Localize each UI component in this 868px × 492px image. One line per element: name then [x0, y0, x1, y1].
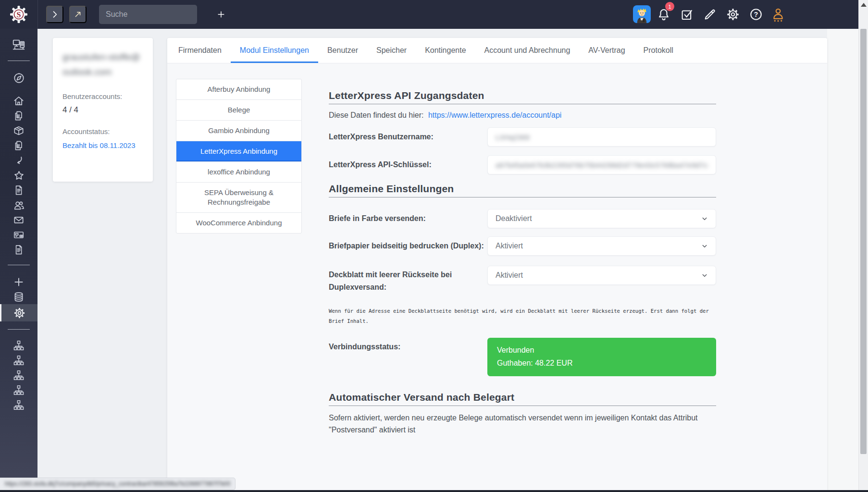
gear-s-logo-icon: S [9, 4, 29, 25]
api-section-title: LetterXpress API Zugangsdaten [329, 90, 716, 101]
api-hint-text: Diese Daten findest du hier: [329, 111, 423, 119]
org-chart-icon [12, 339, 25, 352]
invoices-icon [12, 139, 25, 152]
org-chart-icon [12, 369, 25, 381]
username-value: LXHq2369 [496, 133, 530, 141]
sidebar-item-reports[interactable] [0, 183, 37, 197]
duplex-note: Wenn für die Adresse eine Deckblattseite… [329, 306, 716, 326]
sidebar-item-org-2[interactable] [0, 353, 37, 368]
tab-protokoll[interactable]: Protokoll [634, 38, 682, 63]
sidebar-item-add[interactable] [0, 275, 37, 289]
apikey-value: a97b45a0e67b3b2265d76b75b44298d2d779e43c… [496, 161, 708, 169]
module-gambio[interactable]: Gambio Anbindung [176, 121, 301, 141]
settings-gear-icon [13, 307, 26, 320]
help-icon [749, 7, 763, 22]
autosend-description: Sofern aktiviert, werden neu erzeugte Be… [329, 412, 716, 436]
tab-speicher[interactable]: Speicher [367, 38, 416, 63]
tab-firmendaten[interactable]: Firmendaten [169, 38, 231, 63]
top-bar: S 1 [0, 0, 858, 29]
tasks-button[interactable] [679, 6, 695, 23]
avatar-cartoon-icon [633, 5, 651, 23]
tab-modul-einstellungen[interactable]: Modul Einstellungen [231, 38, 318, 63]
sidebar-item-org-5[interactable] [0, 398, 37, 412]
sidebar-divider [8, 265, 30, 265]
open-external-icon [73, 10, 83, 19]
edit-button[interactable] [702, 6, 718, 23]
section-divider [329, 104, 716, 104]
username-label: LetterXpress Benutzername: [329, 131, 487, 143]
module-letterxpress[interactable]: LetterXpress Anbindung [176, 141, 301, 162]
sidebar-item-settings-active[interactable] [0, 304, 37, 321]
sidebar-item-database[interactable] [0, 290, 37, 304]
sidebar-item-invoices[interactable] [0, 138, 37, 153]
tab-kontingente[interactable]: Kontingente [416, 38, 475, 63]
account-status-link[interactable]: Bezahlt bis 08.11.2023 [62, 141, 136, 149]
sidebar-item-payments[interactable] [0, 228, 37, 242]
help-button[interactable] [748, 6, 764, 23]
logo-letter: S [17, 11, 21, 19]
color-send-select[interactable]: Deaktiviert [487, 209, 716, 228]
sidebar-item-returns[interactable] [0, 153, 37, 168]
account-person-icon [770, 7, 786, 22]
tab-av-vertrag[interactable]: AV-Vertrag [579, 38, 634, 63]
cover-sheet-value: Aktiviert [496, 271, 523, 280]
apikey-input[interactable]: a97b45a0e67b3b2265d76b75b44298d2d779e43c… [487, 155, 716, 174]
sidebar-item-contacts[interactable] [0, 198, 37, 212]
module-lexoffice[interactable]: lexoffice Anbindung [176, 162, 301, 183]
browser-scrollbar[interactable] [858, 0, 868, 492]
sidebar-item-favorites[interactable] [0, 168, 37, 183]
tab-account-abrechnung[interactable]: Account und Abrechnung [475, 38, 580, 63]
cover-sheet-label: Deckblatt mit leerer Rückseite bei Duple… [329, 266, 487, 294]
app-logo[interactable]: S [0, 0, 38, 29]
tasks-check-icon [680, 7, 694, 22]
avatar[interactable] [633, 5, 651, 23]
settings-button[interactable] [725, 6, 741, 23]
sidebar-item-compass[interactable] [0, 71, 37, 85]
home-icon [12, 95, 25, 107]
documents-icon [12, 110, 25, 122]
sidebar-item-mail[interactable] [0, 213, 37, 227]
plus-icon [216, 8, 226, 21]
apikey-label: LetterXpress API-Schlüssel: [329, 159, 487, 171]
sidebar-expand-button[interactable] [46, 6, 63, 23]
section-divider [329, 406, 716, 406]
connection-status-label: Verbindungsstatus: [329, 338, 487, 353]
contacts-icon [12, 199, 25, 212]
package-icon [12, 124, 25, 137]
sidebar-item-org-3[interactable] [0, 368, 37, 382]
sidebar-item-home[interactable] [0, 94, 37, 108]
letterxpress-account-link[interactable]: https://www.letterxpress.de/account/api [428, 111, 561, 119]
connection-status-badge: Verbunden Guthaben: 48.22 EUR [487, 338, 716, 376]
account-email: graustufen-stoffe@outlook.com [62, 49, 143, 80]
sidebar-item-org-4[interactable] [0, 383, 37, 397]
module-sepa[interactable]: SEPA Überweisung & Rechnungsfreigabe [176, 183, 301, 213]
sidebar-item-org-1[interactable] [0, 338, 37, 353]
account-button[interactable] [770, 6, 786, 23]
duplex-print-label: Briefpapier beidseitig bedrucken (Duplex… [329, 240, 487, 252]
add-button[interactable] [213, 7, 229, 22]
scrollbar-thumb[interactable] [860, 29, 867, 454]
color-send-value: Deaktiviert [496, 214, 532, 223]
sidebar-item-products[interactable] [0, 123, 37, 138]
cover-sheet-select[interactable]: Aktiviert [487, 266, 716, 285]
window-edge [0, 490, 868, 492]
open-external-button[interactable] [69, 6, 87, 23]
link-preview-statusbar: https://283.stofa.dkj7c/companydb5/priva… [0, 478, 236, 490]
sidebar-item-notes[interactable] [0, 243, 37, 257]
duplex-print-select[interactable]: Aktiviert [487, 236, 716, 256]
tab-benutzer[interactable]: Benutzer [318, 38, 367, 63]
module-afterbuy[interactable]: Afterbuy Anbindung [176, 79, 301, 100]
scrollbar-up-arrow-icon[interactable] [861, 3, 867, 7]
database-icon [12, 291, 25, 303]
search-input[interactable] [99, 5, 197, 24]
module-woocommerce[interactable]: WooCommerce Anbindung [176, 213, 301, 233]
report-icon [12, 184, 25, 197]
username-input[interactable]: LXHq2369 [487, 127, 716, 147]
sidebar-item-documents[interactable] [0, 109, 37, 123]
settings-card: Firmendaten Modul Einstellungen Benutzer… [167, 38, 827, 492]
module-belege[interactable]: Belege [176, 100, 301, 121]
notes-icon [12, 244, 25, 256]
chevron-right-icon [50, 10, 60, 19]
color-send-label: Briefe in Farbe versenden: [329, 212, 487, 225]
sidebar-item-workspace[interactable] [0, 37, 37, 53]
